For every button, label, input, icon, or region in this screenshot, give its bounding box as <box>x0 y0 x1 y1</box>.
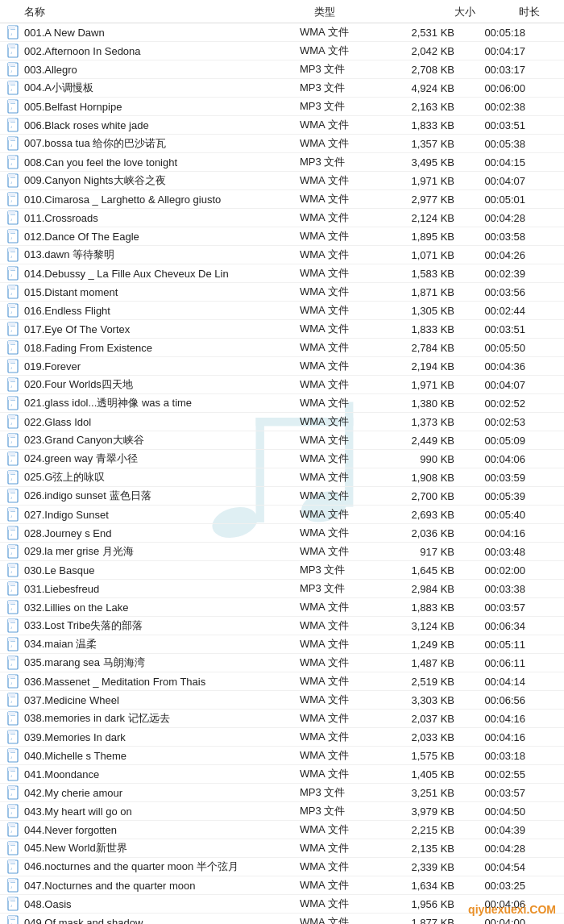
table-row[interactable]: ♪ 039.Memories In dark WMA 文件 2,033 KB 0… <box>0 728 564 747</box>
file-icon: ♪ <box>6 674 21 689</box>
file-type: MP3 文件 <box>300 785 380 800</box>
table-row[interactable]: ♪ 025.G弦上的咏叹 WMA 文件 1,908 KB 00:03:59 <box>0 468 564 487</box>
table-row[interactable]: ♪ 001.A New Dawn WMA 文件 2,531 KB 00:05:1… <box>0 23 564 42</box>
table-row[interactable]: ♪ 030.Le Basque MP3 文件 1,645 KB 00:02:00 <box>0 561 564 580</box>
table-row[interactable]: ♪ 017.Eye Of The Vortex WMA 文件 1,833 KB … <box>0 320 564 339</box>
file-name: 020.Four Worlds四天地 <box>24 377 300 392</box>
file-icon: ♪ <box>6 526 21 540</box>
table-row[interactable]: ♪ 023.Grand Canyon大峡谷 WMA 文件 2,449 KB 00… <box>0 431 564 450</box>
table-row[interactable]: ♪ 047.Nocturnes and the quarter moon WMA… <box>0 876 564 895</box>
table-row[interactable]: ♪ 021.glass idol...透明神像 was a time WMA 文… <box>0 394 564 413</box>
table-row[interactable]: ♪ 015.Distant moment WMA 文件 1,871 KB 00:… <box>0 283 564 302</box>
file-name: 043.My heart will go on <box>24 805 300 818</box>
table-row[interactable]: ♪ 046.nocturnes and the quarter moon 半个弦… <box>0 858 564 876</box>
table-row[interactable]: ♪ 036.Massenet _ Meditation From Thais W… <box>0 672 564 691</box>
file-icon: ♪ <box>6 822 21 837</box>
table-row[interactable]: ♪ 034.maian 温柔 WMA 文件 1,249 KB 00:05:11 <box>0 635 564 654</box>
table-row[interactable]: ♪ 035.marang sea 马朗海湾 WMA 文件 1,487 KB 00… <box>0 654 564 672</box>
table-row[interactable]: ♪ 012.Dance Of The Eagle WMA 文件 1,895 KB… <box>0 227 564 246</box>
file-duration: 00:06:34 <box>461 620 525 632</box>
table-row[interactable]: ♪ 014.Debussy _ La Fille Aux Cheveux De … <box>0 264 564 283</box>
file-type: WMA 文件 <box>300 618 380 633</box>
table-row[interactable]: ♪ 016.Endless Flight WMA 文件 1,305 KB 00:… <box>0 302 564 320</box>
table-row[interactable]: ♪ 031.Liebesfreud MP3 文件 2,984 KB 00:03:… <box>0 580 564 598</box>
table-row[interactable]: ♪ 013.dawn 等待黎明 WMA 文件 1,071 KB 00:04:26 <box>0 246 564 264</box>
file-duration: 00:06:11 <box>461 657 525 669</box>
table-row[interactable]: ♪ 040.Michelle s Theme WMA 文件 1,575 KB 0… <box>0 747 564 765</box>
svg-rect-135 <box>8 823 15 826</box>
file-name: 005.Belfast Hornpipe <box>24 101 300 113</box>
table-row[interactable]: ♪ 044.Never forgotten WMA 文件 2,215 KB 00… <box>0 821 564 839</box>
file-name: 021.glass idol...透明神像 was a time <box>24 396 300 410</box>
svg-rect-9 <box>8 44 15 48</box>
table-row[interactable]: ♪ 038.memories in dark 记忆远去 WMA 文件 2,037… <box>0 710 564 728</box>
table-row[interactable]: ♪ 003.Allegro MP3 文件 2,708 KB 00:03:17 <box>0 60 564 79</box>
file-size: 1,583 KB <box>380 268 461 280</box>
svg-rect-54 <box>8 323 15 326</box>
file-type: WMA 文件 <box>300 878 380 893</box>
file-duration: 00:06:00 <box>461 82 525 94</box>
table-row[interactable]: ♪ 033.Lost Tribe失落的部落 WMA 文件 3,124 KB 00… <box>0 617 564 635</box>
table-row[interactable]: ♪ 009.Canyon Nights大峡谷之夜 WMA 文件 1,971 KB… <box>0 172 564 190</box>
file-type: WMA 文件 <box>300 489 380 503</box>
table-row[interactable]: ♪ 011.Crossroads WMA 文件 2,124 KB 00:04:2… <box>0 209 564 227</box>
svg-rect-123 <box>8 749 15 752</box>
file-duration: 00:04:06 <box>461 453 525 465</box>
svg-rect-57 <box>8 341 15 344</box>
table-row[interactable]: ♪ 027.Indigo Sunset WMA 文件 2,693 KB 00:0… <box>0 506 564 524</box>
table-row[interactable]: ♪ 022.Glass Idol WMA 文件 1,373 KB 00:02:5… <box>0 413 564 431</box>
table-row[interactable]: ♪ 028.Journey s End WMA 文件 2,036 KB 00:0… <box>0 524 564 543</box>
file-duration: 00:02:39 <box>461 268 525 280</box>
table-row[interactable]: ♪ 032.Lillies on the Lake WMA 文件 1,883 K… <box>0 598 564 617</box>
file-duration: 00:04:16 <box>461 527 525 539</box>
svg-rect-150 <box>8 916 15 919</box>
file-icon: ♪ <box>6 173 21 188</box>
bottom-watermark-orange: qiyuexuexi.COM <box>468 903 556 916</box>
file-icon: ♪ <box>6 414 21 429</box>
table-row[interactable]: ♪ 037.Medicine Wheel WMA 文件 3,303 KB 00:… <box>0 691 564 710</box>
table-row[interactable]: ♪ 043.My heart will go on MP3 文件 3,979 K… <box>0 802 564 821</box>
table-row[interactable]: ♪ 024.green way 青翠小径 WMA 文件 990 KB 00:04… <box>0 450 564 468</box>
file-type: WMA 文件 <box>300 173 380 188</box>
table-row[interactable]: ♪ 004.A小调慢板 MP3 文件 4,924 KB 00:06:00 <box>0 79 564 98</box>
file-icon: ♪ <box>6 693 21 707</box>
svg-rect-15 <box>8 81 15 85</box>
file-type: WMA 文件 <box>300 637 380 651</box>
table-row[interactable]: ♪ 005.Belfast Hornpipe MP3 文件 2,163 KB 0… <box>0 98 564 116</box>
file-icon: ♪ <box>6 841 21 855</box>
file-size: 2,135 KB <box>380 843 461 855</box>
table-row[interactable]: ♪ 006.Black roses white jade WMA 文件 1,83… <box>0 116 564 135</box>
file-name: 040.Michelle s Theme <box>24 750 300 762</box>
table-row[interactable]: ♪ 008.Can you feel the love tonight MP3 … <box>0 153 564 172</box>
svg-rect-30 <box>8 174 15 177</box>
table-row[interactable]: ♪ 007.bossa tua 给你的巴沙诺瓦 WMA 文件 1,357 KB … <box>0 135 564 153</box>
table-row[interactable]: ♪ 042.My cherie amour MP3 文件 3,251 KB 00… <box>0 784 564 802</box>
file-duration: 00:03:17 <box>461 64 525 76</box>
file-duration: 00:05:18 <box>461 27 525 39</box>
file-type: WMA 文件 <box>300 600 380 614</box>
table-row[interactable]: ♪ 002.Afternoon In Sedona WMA 文件 2,042 K… <box>0 42 564 60</box>
table-row[interactable]: ♪ 010.Cimarosa _ Larghetto & Allegro giu… <box>0 190 564 209</box>
file-name: 001.A New Dawn <box>24 27 300 39</box>
file-icon: ♪ <box>6 859 21 874</box>
file-icon: ♪ <box>6 210 21 225</box>
table-row[interactable]: ♪ 041.Moondance WMA 文件 1,405 KB 00:02:55 <box>0 765 564 784</box>
table-row[interactable]: ♪ 029.la mer grise 月光海 WMA 文件 917 KB 00:… <box>0 543 564 561</box>
file-type: WMA 文件 <box>300 396 380 410</box>
svg-rect-93 <box>8 564 15 567</box>
file-duration: 00:03:51 <box>461 323 525 335</box>
table-row[interactable]: ♪ 019.Forever WMA 文件 2,194 KB 00:04:36 <box>0 357 564 376</box>
file-name: 030.Le Basque <box>24 564 300 576</box>
file-type: WMA 文件 <box>300 452 380 466</box>
file-type: MP3 文件 <box>300 81 380 95</box>
file-duration: 00:04:07 <box>461 379 525 391</box>
table-row[interactable]: ♪ 026.indigo sunset 蓝色日落 WMA 文件 2,700 KB… <box>0 487 564 506</box>
file-type: WMA 文件 <box>300 322 380 336</box>
table-row[interactable]: ♪ 018.Fading From Existence WMA 文件 2,784… <box>0 339 564 357</box>
file-duration: 00:04:28 <box>461 212 525 224</box>
table-row[interactable]: ♪ 045.New World新世界 WMA 文件 2,135 KB 00:04… <box>0 839 564 858</box>
file-icon: ♪ <box>6 155 21 169</box>
svg-rect-72 <box>8 434 15 437</box>
table-row[interactable]: ♪ 020.Four Worlds四天地 WMA 文件 1,971 KB 00:… <box>0 376 564 394</box>
file-icon: ♪ <box>6 897 21 911</box>
